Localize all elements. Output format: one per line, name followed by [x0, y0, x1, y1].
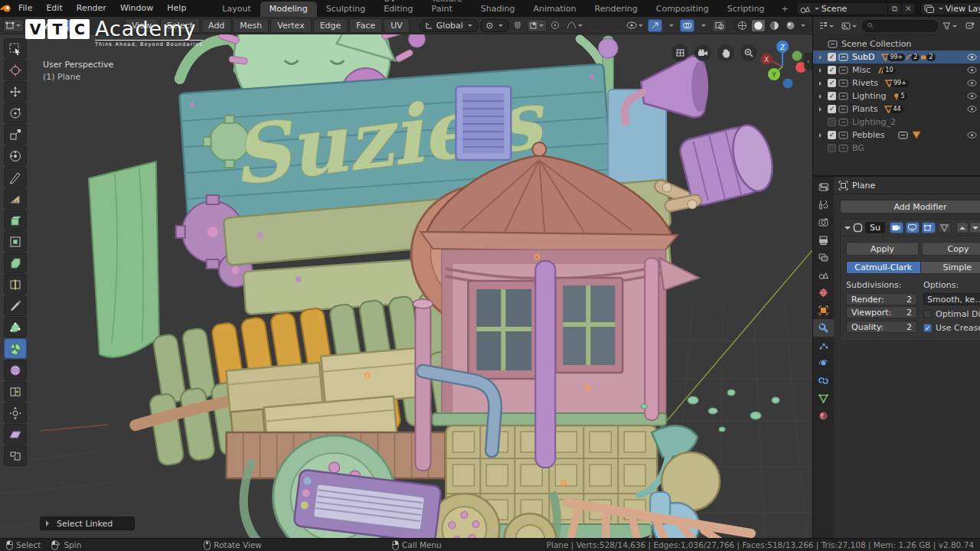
overlays-toggle[interactable] [680, 19, 694, 32]
hide-viewport-eye-icon[interactable] [967, 67, 977, 73]
hide-viewport-eye-icon[interactable] [967, 80, 977, 86]
tab-modeling[interactable]: Modeling [260, 2, 317, 17]
tab-animation[interactable]: Animation [524, 2, 585, 17]
tool-poly-build[interactable] [4, 317, 27, 337]
outliner-row-lighting[interactable]: ✓ Lighting 5 [813, 90, 980, 103]
outliner-row-pebbles[interactable]: ✓ Pebbles [813, 129, 980, 142]
tab-sculpting[interactable]: Sculpting [317, 2, 374, 17]
gizmo-minus-z-ball[interactable] [783, 79, 793, 89]
pivot-point-dropdown[interactable] [480, 19, 509, 32]
gizmo-z-ball[interactable]: Z [780, 44, 785, 51]
tool-transform[interactable] [4, 145, 27, 166]
viewport-subdivisions-field[interactable]: Viewport: 2 [846, 306, 917, 318]
vertex-menu[interactable]: Vertex [270, 18, 311, 33]
transform-orientation-dropdown[interactable]: Global [420, 19, 479, 32]
outliner-editor-type-dropdown[interactable] [816, 19, 837, 32]
tool-loop-cut[interactable] [4, 274, 27, 295]
show-object-types-dropdown[interactable] [624, 19, 646, 32]
hide-viewport-eye-icon[interactable] [967, 132, 977, 139]
optimal-display-row[interactable]: Optimal Displ.. [923, 309, 980, 319]
properties-editor-type-dropdown[interactable] [813, 178, 834, 196]
scene-copy-button[interactable]: ⧉ [887, 3, 901, 15]
apply-button[interactable]: Apply [846, 242, 919, 256]
select-linked-operator-panel[interactable]: Select Linked [40, 517, 135, 530]
copy-button[interactable]: Copy [922, 242, 980, 256]
search-field[interactable] [877, 21, 933, 30]
particles-tab[interactable] [813, 337, 834, 354]
add-modifier-button[interactable]: Add Modifier [840, 200, 980, 214]
tool-rotate[interactable] [4, 103, 27, 123]
toggle-perspective-button[interactable] [671, 44, 688, 61]
modifier-editmode-toggle[interactable] [922, 222, 936, 233]
object-data-tab[interactable] [813, 390, 834, 407]
outliner-filter-dropdown[interactable] [940, 19, 960, 32]
physics-tab[interactable] [813, 354, 834, 372]
tool-scale[interactable] [4, 124, 27, 145]
tool-select-box[interactable] [4, 38, 27, 59]
proportional-editing-icon[interactable] [548, 19, 563, 32]
outliner-row-bg[interactable]: BG [813, 142, 980, 155]
collection-checkbox[interactable] [828, 118, 836, 126]
tool-bevel[interactable] [4, 253, 27, 273]
new-collection-button[interactable] [962, 19, 977, 32]
proportional-falloff-dropdown[interactable] [564, 19, 586, 32]
expand-icon[interactable] [819, 81, 824, 86]
blender-logo-icon[interactable] [0, 4, 11, 13]
tool-move[interactable] [4, 81, 27, 102]
use-creases-row[interactable]: ✓ Use Creases [923, 323, 980, 333]
overlays-dropdown[interactable] [696, 19, 710, 32]
shading-material-button[interactable] [767, 19, 782, 32]
optimal-display-checkbox[interactable] [923, 310, 932, 318]
quality-field[interactable]: Quality: 2 [846, 321, 917, 333]
use-creases-checkbox[interactable]: ✓ [923, 324, 932, 332]
tab-compositing[interactable]: Compositing [647, 2, 718, 17]
move-modifier-down-button[interactable] [969, 222, 980, 233]
view-layer-selector[interactable]: View Layer ⧉ ✕ [920, 2, 980, 15]
snap-magnet-icon[interactable] [511, 19, 525, 32]
outliner-row-rivets[interactable]: ✓ Rivets 99+ [813, 77, 980, 90]
menu-window[interactable]: Window [113, 0, 160, 17]
navigation-gizmo[interactable]: Z X Y [757, 39, 808, 90]
collection-checkbox[interactable]: ✓ [828, 131, 836, 139]
render-tab[interactable] [813, 214, 834, 231]
modifier-viewport-toggle[interactable] [906, 222, 920, 233]
add-menu[interactable]: Add [201, 18, 231, 33]
uv-smooth-dropdown[interactable]: Smooth, keep c.. [923, 293, 980, 305]
tab-scripting[interactable]: Scripting [718, 2, 774, 17]
tool-measure[interactable] [4, 188, 27, 209]
move-modifier-up-button[interactable] [956, 222, 969, 233]
face-menu[interactable]: Face [349, 18, 382, 33]
gizmo-minus-y-ball[interactable] [792, 51, 802, 61]
shading-rendered-button[interactable] [783, 19, 798, 32]
outliner-search-input[interactable] [862, 20, 938, 32]
expand-icon[interactable] [819, 55, 824, 60]
expand-icon[interactable] [819, 107, 824, 112]
collapse-modifier-arrow[interactable] [844, 227, 851, 233]
collection-checkbox[interactable] [828, 144, 836, 152]
tool-spin[interactable] [4, 338, 27, 359]
menu-render[interactable]: Render [70, 0, 113, 17]
uv-menu[interactable]: UV [384, 18, 410, 33]
gizmo-y-ball[interactable]: Y [771, 71, 776, 79]
shading-wireframe-button[interactable] [735, 19, 750, 32]
material-tab[interactable] [813, 407, 834, 425]
collection-checkbox[interactable]: ✓ [828, 66, 836, 74]
scene-tab[interactable] [813, 266, 834, 284]
view-layer-tab[interactable] [813, 249, 834, 266]
shading-solid-button[interactable] [751, 19, 766, 32]
tool-inset-faces[interactable] [4, 231, 27, 252]
tab-uv-editing[interactable]: UV Editing [374, 0, 422, 17]
gizmo-x-ball[interactable]: X [764, 56, 769, 64]
modifiers-tab[interactable] [813, 319, 834, 337]
expand-icon[interactable] [819, 133, 824, 138]
add-workspace-button[interactable]: + [774, 2, 796, 17]
menu-edit[interactable]: Edit [39, 0, 69, 17]
expand-icon[interactable] [819, 68, 824, 73]
tab-texture-paint[interactable]: Texture Paint [423, 0, 472, 17]
modifier-render-toggle[interactable] [890, 222, 903, 233]
object-tab[interactable] [813, 302, 834, 319]
scene-selector[interactable]: Scene ⧉ ✕ [796, 2, 916, 15]
snap-settings-dropdown[interactable] [527, 19, 547, 32]
simple-button[interactable]: Simple [921, 261, 980, 274]
catmull-clark-button[interactable]: Catmull-Clark [846, 261, 921, 274]
